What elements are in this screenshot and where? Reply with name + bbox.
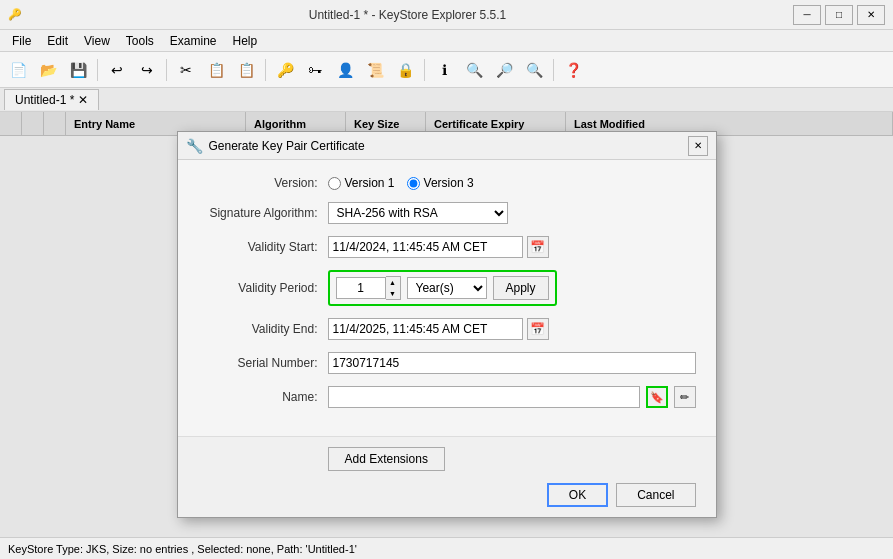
- validity-end-control: 📅: [328, 318, 696, 340]
- version-label: Version:: [198, 176, 328, 190]
- dialog-close-button[interactable]: ✕: [688, 136, 708, 156]
- window-controls: ─ □ ✕: [793, 5, 885, 25]
- toolbar-separator-3: [265, 59, 266, 81]
- minimize-button[interactable]: ─: [793, 5, 821, 25]
- status-text: KeyStore Type: JKS, Size: no entries , S…: [8, 543, 357, 555]
- validity-start-label: Validity Start:: [198, 240, 328, 254]
- serial-number-row: Serial Number:: [198, 352, 696, 374]
- paste-button[interactable]: 📋: [232, 56, 260, 84]
- spinner-arrows: ▲ ▼: [386, 276, 401, 300]
- apply-button[interactable]: Apply: [493, 276, 549, 300]
- find-button[interactable]: 🔍: [520, 56, 548, 84]
- validity-period-input[interactable]: [336, 277, 386, 299]
- version3-label: Version 3: [424, 176, 474, 190]
- help-button[interactable]: ❓: [559, 56, 587, 84]
- validity-period-spinner: ▲ ▼: [336, 276, 401, 300]
- toolbar-separator-1: [97, 59, 98, 81]
- name-input[interactable]: [328, 386, 640, 408]
- name-row: Name: 🔖 ✏: [198, 386, 696, 408]
- dialog-footer: Add Extensions OK Cancel: [178, 436, 716, 517]
- cert-button[interactable]: 📜: [361, 56, 389, 84]
- validity-end-label: Validity End:: [198, 322, 328, 336]
- dialog-body: Version: Version 1 Version 3: [178, 160, 716, 436]
- tab-bar: Untitled-1 * ✕: [0, 88, 893, 112]
- add-extensions-button[interactable]: Add Extensions: [328, 447, 445, 471]
- validity-period-unit-select[interactable]: Day(s) Month(s) Year(s): [407, 277, 487, 299]
- validity-end-row: Validity End: 📅: [198, 318, 696, 340]
- validity-end-input[interactable]: [328, 318, 523, 340]
- name-label: Name:: [198, 390, 328, 404]
- toolbar-separator-4: [424, 59, 425, 81]
- validity-start-control: 📅: [328, 236, 696, 258]
- dialog-title-icon: 🔧: [186, 138, 203, 154]
- footer-buttons: OK Cancel: [198, 483, 696, 507]
- version-control: Version 1 Version 3: [328, 176, 696, 190]
- add-extensions-row: Add Extensions: [198, 447, 696, 471]
- save-button[interactable]: 💾: [64, 56, 92, 84]
- main-area: Entry Name Algorithm Key Size Certificat…: [0, 112, 893, 537]
- version3-radio[interactable]: [407, 177, 420, 190]
- open-button[interactable]: 📂: [34, 56, 62, 84]
- dialog-title: Generate Key Pair Certificate: [209, 139, 682, 153]
- close-window-button[interactable]: ✕: [857, 5, 885, 25]
- serial-number-input[interactable]: [328, 352, 696, 374]
- version-radio-group: Version 1 Version 3: [328, 176, 474, 190]
- validity-start-row: Validity Start: 📅: [198, 236, 696, 258]
- validity-period-highlighted: ▲ ▼ Day(s) Month(s) Year(s) Apply: [328, 270, 557, 306]
- info-button[interactable]: ℹ: [430, 56, 458, 84]
- toolbar-separator-2: [166, 59, 167, 81]
- name-edit-button[interactable]: ✏: [674, 386, 696, 408]
- keytool-button[interactable]: 🔑: [271, 56, 299, 84]
- keygen-button[interactable]: 🗝: [301, 56, 329, 84]
- validity-end-calendar-button[interactable]: 📅: [527, 318, 549, 340]
- app-icon: 🔑: [8, 8, 22, 21]
- new-button[interactable]: 📄: [4, 56, 32, 84]
- validity-start-input[interactable]: [328, 236, 523, 258]
- version1-option[interactable]: Version 1: [328, 176, 395, 190]
- version-row: Version: Version 1 Version 3: [198, 176, 696, 190]
- tab-untitled[interactable]: Untitled-1 * ✕: [4, 89, 99, 110]
- menu-file[interactable]: File: [4, 32, 39, 50]
- sig-algo-select[interactable]: SHA-256 with RSA SHA-1 with RSA SHA-384 …: [328, 202, 508, 224]
- version3-option[interactable]: Version 3: [407, 176, 474, 190]
- name-browse-button[interactable]: 🔖: [646, 386, 668, 408]
- menu-bar: File Edit View Tools Examine Help: [0, 30, 893, 52]
- toolbar-separator-5: [553, 59, 554, 81]
- sig-algo-label: Signature Algorithm:: [198, 206, 328, 220]
- menu-help[interactable]: Help: [225, 32, 266, 50]
- validity-start-calendar-button[interactable]: 📅: [527, 236, 549, 258]
- copy-button[interactable]: 📋: [202, 56, 230, 84]
- dialog-title-bar: 🔧 Generate Key Pair Certificate ✕: [178, 132, 716, 160]
- cut-button[interactable]: ✂: [172, 56, 200, 84]
- cancel-button[interactable]: Cancel: [616, 483, 695, 507]
- validity-period-label: Validity Period:: [198, 281, 328, 295]
- spin-up-button[interactable]: ▲: [386, 277, 400, 288]
- name-control: 🔖 ✏: [328, 386, 696, 408]
- maximize-button[interactable]: □: [825, 5, 853, 25]
- dialog-generate-keypair: 🔧 Generate Key Pair Certificate ✕ Versio…: [177, 131, 717, 518]
- redo-button[interactable]: ↪: [133, 56, 161, 84]
- spin-down-button[interactable]: ▼: [386, 288, 400, 299]
- status-bar: KeyStore Type: JKS, Size: no entries , S…: [0, 537, 893, 559]
- undo-button[interactable]: ↩: [103, 56, 131, 84]
- zoom-button[interactable]: 🔎: [490, 56, 518, 84]
- modal-overlay: 🔧 Generate Key Pair Certificate ✕ Versio…: [0, 112, 893, 537]
- version1-label: Version 1: [345, 176, 395, 190]
- validity-period-row: Validity Period: ▲ ▼ Day(s): [198, 270, 696, 306]
- menu-tools[interactable]: Tools: [118, 32, 162, 50]
- user-button[interactable]: 👤: [331, 56, 359, 84]
- app-title: Untitled-1 * - KeyStore Explorer 5.5.1: [22, 8, 793, 22]
- key-button[interactable]: 🔒: [391, 56, 419, 84]
- search-button[interactable]: 🔍: [460, 56, 488, 84]
- title-bar: 🔑 Untitled-1 * - KeyStore Explorer 5.5.1…: [0, 0, 893, 30]
- version1-radio[interactable]: [328, 177, 341, 190]
- serial-number-label: Serial Number:: [198, 356, 328, 370]
- sig-algo-row: Signature Algorithm: SHA-256 with RSA SH…: [198, 202, 696, 224]
- menu-view[interactable]: View: [76, 32, 118, 50]
- tab-close-icon[interactable]: ✕: [78, 93, 88, 107]
- menu-examine[interactable]: Examine: [162, 32, 225, 50]
- sig-algo-control: SHA-256 with RSA SHA-1 with RSA SHA-384 …: [328, 202, 696, 224]
- menu-edit[interactable]: Edit: [39, 32, 76, 50]
- validity-period-control: ▲ ▼ Day(s) Month(s) Year(s) Apply: [328, 270, 696, 306]
- ok-button[interactable]: OK: [547, 483, 608, 507]
